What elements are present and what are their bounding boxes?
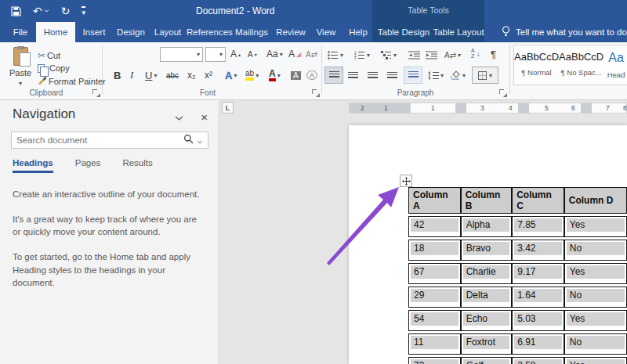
nav-tab-headings[interactable]: Headings [13,158,53,173]
table-cell[interactable]: 3.42 [512,240,564,261]
search-input[interactable] [12,135,183,145]
tab-stop-selector[interactable]: L [222,102,234,114]
search-icon[interactable] [183,133,194,147]
nav-tab-pages[interactable]: Pages [75,158,101,173]
tell-me-box[interactable]: Tell me what you want to do [502,22,627,42]
multilevel-list-button[interactable]: ▾ [381,48,397,62]
table-header-cell[interactable]: Column A [408,187,461,214]
table-cell[interactable]: Bravo [461,240,513,261]
distribute-button[interactable] [404,67,422,84]
justify-button[interactable] [387,69,397,83]
superscript-button[interactable]: x² [205,68,212,82]
text-effects-button[interactable]: A▾ [225,68,237,82]
style-normal[interactable]: AaBbCcD ¶ Normal [514,45,559,85]
clipboard-dialog-launcher-icon[interactable] [92,89,100,97]
document-page[interactable]: Column A Column B Column C Column D 42 A… [349,125,627,364]
align-center-button[interactable] [348,69,358,83]
tab-home[interactable]: Home [36,22,75,42]
table-cell[interactable]: Yes [564,263,627,284]
table-cell[interactable]: Yes [564,216,627,237]
character-shading-button[interactable]: A [291,68,301,82]
undo-button[interactable]: ↶ [33,5,49,16]
format-painter-button[interactable]: Format Painter [38,74,106,88]
table-cell[interactable]: 11 [408,333,461,355]
tab-insert[interactable]: Insert [77,22,111,42]
enclose-characters-button[interactable]: A [306,68,317,82]
tab-design[interactable]: Design [113,22,149,42]
font-name-combobox[interactable]: ▾ [160,47,203,62]
table-cell[interactable]: Echo [461,310,513,331]
paragraph-dialog-launcher-icon[interactable] [499,89,507,97]
table-cell[interactable]: Delta [461,287,513,308]
save-icon[interactable] [11,6,21,16]
tab-mailings[interactable]: Mailings [232,22,271,42]
text-highlight-button[interactable]: ab▾ [245,68,259,82]
font-size-combobox[interactable]: ▾ [205,47,226,62]
table-cell[interactable]: Yes [564,357,627,364]
clear-formatting-button[interactable]: A◢ [288,47,301,61]
tab-table-layout[interactable]: Table Layout [433,22,484,42]
increase-indent-button[interactable] [426,48,437,62]
navigation-options-chevron-icon[interactable] [175,110,183,124]
paste-button[interactable]: Paste ▾ [6,47,34,88]
table-cell[interactable]: 9.17 [512,263,564,284]
table-cell[interactable]: Golf [461,357,513,364]
font-color-button[interactable]: A▾ [269,68,281,82]
line-spacing-button[interactable]: ▾ [428,68,444,82]
underline-button[interactable]: U▾ [145,68,157,82]
table-cell[interactable]: 18 [408,240,461,261]
strikethrough-button[interactable]: abc [166,68,179,82]
tab-layout[interactable]: Layout [150,22,185,42]
style-heading[interactable]: Aa Head [603,45,627,85]
ruler-column-marker[interactable] [455,103,466,113]
font-dialog-launcher-icon[interactable] [312,89,320,97]
change-case-button[interactable]: Aa▾ [266,47,283,61]
search-options-chevron-icon[interactable] [197,133,203,147]
table-header-cell[interactable]: Column D [564,187,627,214]
tab-references[interactable]: References [187,22,230,42]
redo-button[interactable]: ↻ [61,5,71,16]
sort-button[interactable]: AZ ↓ [471,46,480,60]
tab-review[interactable]: Review [273,22,309,42]
decrease-indent-button[interactable] [408,48,420,62]
bullets-button[interactable]: ▾ [328,48,343,62]
table-cell[interactable]: 6.91 [512,333,564,355]
bold-button[interactable]: B [114,68,121,82]
borders-button[interactable]: ▾ [472,67,498,84]
table-cell[interactable]: Foxtrot [461,333,513,355]
table-cell[interactable]: Charlie [461,263,513,284]
table-cell[interactable]: 1.64 [512,287,564,308]
numbering-button[interactable]: 123 ▾ [354,48,370,62]
table-cell[interactable]: 2.58 [512,357,564,364]
table-cell[interactable]: 42 [408,216,461,237]
phonetic-guide-button[interactable]: A⇄ [306,47,317,61]
italic-button[interactable]: I [130,68,133,82]
subscript-button[interactable]: x₂ [187,68,196,82]
table-cell[interactable]: 7.85 [512,216,564,237]
close-icon[interactable]: × [201,111,208,123]
tab-help[interactable]: Help [343,22,373,42]
tab-view[interactable]: View [310,22,342,42]
table-cell[interactable]: 54 [408,310,461,331]
table-cell[interactable]: 67 [408,263,461,284]
table-header-cell[interactable]: Column B [461,187,513,214]
grow-font-button[interactable]: A▴ [230,47,241,61]
customize-qat-icon[interactable]: ▾ [82,6,85,16]
show-hide-marks-button[interactable]: ¶ [491,47,496,61]
align-right-button[interactable] [368,69,378,83]
shading-button[interactable]: ▾ [450,68,466,82]
tab-file[interactable]: File [6,22,34,42]
table-cell[interactable]: 73 [408,357,461,364]
table-cell[interactable]: No [564,333,627,355]
horizontal-ruler[interactable]: 2 1 1 3 4 5 6 7 8 [349,103,627,114]
table-cell[interactable]: 29 [408,287,461,308]
copy-button[interactable]: Copy [38,61,70,75]
table-cell[interactable]: Alpha [461,216,513,237]
tab-table-design[interactable]: Table Design [376,22,431,42]
shrink-font-button[interactable]: A▾ [248,47,257,61]
asian-layout-button[interactable]: A⇄▾ [444,48,461,62]
ruler-column-marker[interactable] [581,103,592,113]
table-cell[interactable]: Yes [564,310,627,331]
table-header-cell[interactable]: Column C [512,187,564,214]
table-cell[interactable]: No [564,240,627,261]
